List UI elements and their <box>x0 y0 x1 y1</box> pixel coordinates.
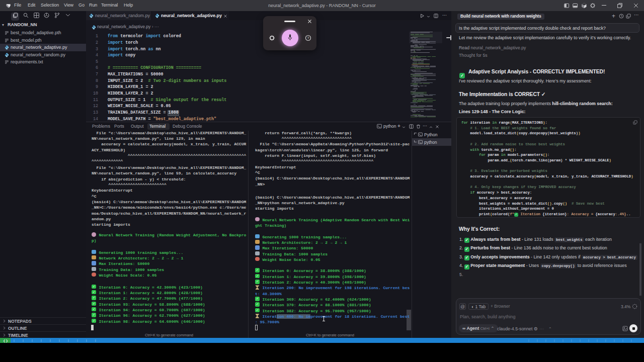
svg-text:?: ? <box>307 36 309 40</box>
